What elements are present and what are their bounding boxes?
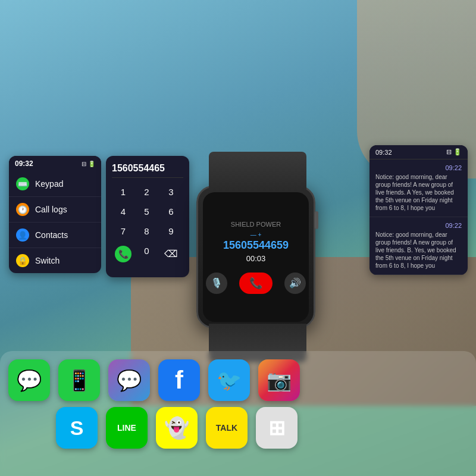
dial-key-1[interactable]: 2: [138, 184, 155, 200]
dial-key-6[interactable]: 7: [112, 223, 134, 239]
phone-ui-header: 09:32 ⊟ 🔋: [9, 156, 101, 171]
notification-0: 09:22 Notice: good morning, dear group f…: [369, 159, 468, 217]
line-icon: LINE: [117, 423, 136, 433]
watch-call-duration: 00:03: [246, 254, 266, 263]
dial-key-10[interactable]: 0: [138, 243, 155, 265]
notif-status: ⊟ 🔋: [446, 148, 462, 156]
facebook-icon: f: [175, 366, 183, 394]
twitter-icon: 🐦: [217, 368, 242, 392]
phone-menu-contacts[interactable]: 👤 Contacts: [9, 223, 101, 248]
notif-header: 09:32 ⊟ 🔋: [369, 145, 468, 159]
kakao-icon: TALK: [216, 423, 237, 433]
app-messenger[interactable]: 💬: [108, 359, 150, 401]
watch-screen: SHIELD POWER — + 15605544659 00:03 🎙️ 📞 …: [203, 192, 309, 322]
keypad-icon: ⌨️: [16, 177, 29, 190]
watch-volume-button[interactable]: 🔊: [284, 273, 306, 294]
notif-msg-time-1: 09:22: [375, 222, 462, 229]
instagram-icon: 📷: [267, 368, 292, 392]
app-skype[interactable]: S: [56, 407, 98, 449]
watch-end-call-button[interactable]: 📞: [239, 273, 273, 294]
snapchat-icon: 👻: [164, 416, 189, 440]
apps-row-2: SLINE👻TALK⊞: [8, 407, 468, 449]
keypad-label: Keypad: [35, 179, 63, 189]
switch-icon: 🔒: [16, 254, 29, 267]
dial-key-3[interactable]: 4: [112, 203, 134, 220]
switch-label: Switch: [35, 256, 60, 265]
dial-call-btn[interactable]: 📞: [115, 246, 131, 262]
notif-msg-text-0: Notice: good morning, dear group friends…: [375, 173, 462, 212]
notification-panel: 09:32 ⊟ 🔋 09:22 Notice: good morning, de…: [369, 145, 468, 275]
phone-time: 09:32: [15, 159, 33, 168]
app-whatsapp[interactable]: 📱: [58, 359, 100, 401]
dial-key-7[interactable]: 8: [138, 223, 155, 239]
app-instagram[interactable]: 📷: [258, 359, 300, 401]
watch-brand: SHIELD POWER: [231, 221, 281, 228]
app-facebook[interactable]: f: [158, 359, 200, 401]
watch-mute-button[interactable]: 🎙️: [206, 273, 227, 294]
main-container: Bluetooth call, APP information push. 🎙️…: [0, 0, 476, 476]
apps-row-1: 💬📱💬f🐦📷: [8, 359, 468, 401]
phone-menu-switch[interactable]: 🔒 Switch: [9, 248, 101, 273]
dial-key-9[interactable]: 📞: [112, 243, 134, 265]
skype-icon: S: [70, 416, 84, 440]
watch-wrapper: SHIELD POWER — + 15605544659 00:03 🎙️ 📞 …: [173, 132, 339, 382]
messages-icon: 💬: [17, 368, 42, 392]
phone-ui-panel: 09:32 ⊟ 🔋 ⌨️ Keypad 🕐 Call logs 👤 Contac…: [9, 156, 101, 273]
phone-menu-call-logs[interactable]: 🕐 Call logs: [9, 197, 101, 223]
watch-band-top: [209, 152, 306, 190]
app-messages[interactable]: 💬: [8, 359, 50, 401]
watch-body: SHIELD POWER — + 15605544659 00:03 🎙️ 📞 …: [196, 186, 315, 328]
contacts-icon: 👤: [16, 228, 29, 242]
messenger-icon: 💬: [117, 368, 142, 392]
watch-minus-plus: — +: [250, 231, 262, 238]
watch-call-number: 15605544659: [223, 239, 289, 252]
contacts-label: Contacts: [35, 230, 68, 240]
app-snapchat[interactable]: 👻: [156, 407, 198, 449]
app-kakao[interactable]: TALK: [206, 407, 248, 449]
phone-menu-keypad[interactable]: ⌨️ Keypad: [9, 171, 101, 197]
notification-1: 09:22 Notice: good morning, dear group f…: [369, 217, 468, 275]
apps-section: 💬📱💬f🐦📷 SLINE👻TALK⊞: [0, 351, 476, 476]
dial-key-0[interactable]: 1: [112, 184, 134, 200]
app-line[interactable]: LINE: [106, 407, 148, 449]
notif-time-header: 09:32: [375, 149, 392, 156]
whatsapp-icon: 📱: [67, 368, 92, 392]
dial-key-4[interactable]: 5: [138, 203, 155, 220]
app-grid-app[interactable]: ⊞: [256, 407, 298, 449]
watch-call-actions: 🎙️ 📞 🔊: [206, 273, 306, 294]
notif-msg-text-1: Notice: good morning, dear group friends…: [375, 231, 462, 270]
phone-status: ⊟ 🔋: [82, 161, 95, 167]
watch-side-button[interactable]: [315, 211, 318, 229]
app-twitter[interactable]: 🐦: [208, 359, 250, 401]
call-logs-icon: 🕐: [16, 203, 29, 216]
notif-msg-time-0: 09:22: [375, 164, 462, 171]
grid-app-icon: ⊞: [268, 416, 285, 440]
call-logs-label: Call logs: [35, 205, 67, 214]
